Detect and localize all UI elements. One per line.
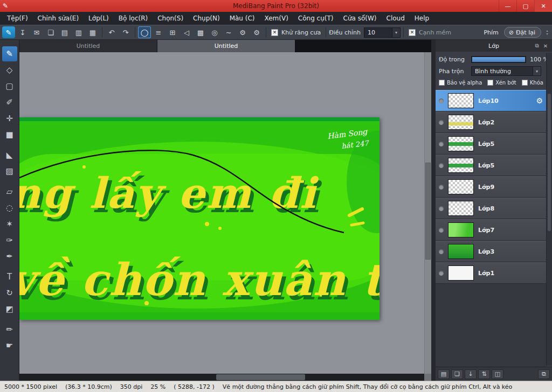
brush-panel-button[interactable]: ✎ xyxy=(2,26,15,38)
minimize-button[interactable]: — xyxy=(499,0,516,12)
menu-layer[interactable]: Lớp(L) xyxy=(84,12,114,25)
tool-rect[interactable]: ▢ xyxy=(2,79,17,94)
chevron-down-icon[interactable]: ▾ xyxy=(392,28,400,37)
edit-document-button[interactable]: ▥ xyxy=(72,26,85,38)
layer-visibility-toggle[interactable] xyxy=(439,185,444,190)
duplicate-layer-button[interactable]: ❏ xyxy=(451,369,463,379)
popout-icon[interactable]: ⧉ xyxy=(533,43,541,49)
transfer-layer-button[interactable]: ⧉ xyxy=(538,369,550,379)
layer-visibility-toggle[interactable] xyxy=(439,120,444,125)
layer-visibility-toggle[interactable] xyxy=(439,228,444,233)
antialias-checkbox[interactable]: ✕ xyxy=(271,29,278,36)
layer-visibility-toggle[interactable] xyxy=(439,271,444,276)
menu-filter[interactable]: Bộ lọc(R) xyxy=(114,12,153,25)
canvas[interactable]: ng lấy em đi ng lấy em đi về chốn xuân t… xyxy=(19,117,380,320)
blend-mode-select[interactable]: Bình thường ▾ xyxy=(471,66,541,76)
layer-gear-icon[interactable]: ⚙ xyxy=(536,96,543,105)
document-button[interactable]: ▤ xyxy=(58,26,71,38)
layer-row[interactable]: Lớp5 xyxy=(436,155,546,176)
layer-row[interactable]: Lớp10 ⚙ xyxy=(436,90,546,111)
tool-brush[interactable]: ✐ xyxy=(2,95,17,110)
tool-magic-wand[interactable]: ✶ xyxy=(2,216,17,232)
reset-button[interactable]: ⊘ Đặt lại xyxy=(504,27,541,38)
tool-lasso[interactable]: ◌ xyxy=(2,200,17,215)
brush-shape-concentric-button[interactable]: ◎ xyxy=(208,26,221,38)
menu-help[interactable]: Help xyxy=(410,12,434,25)
brush-shape-grid-button[interactable]: ⊞ xyxy=(166,26,179,38)
close-button[interactable]: ✕ xyxy=(534,0,552,12)
menu-color[interactable]: Màu (C) xyxy=(225,12,260,25)
vertical-scroll-thumb[interactable] xyxy=(425,163,431,260)
undo-button[interactable]: ↶ xyxy=(105,26,118,38)
tool-eyedropper[interactable]: ✏ xyxy=(2,322,17,337)
layer-row[interactable]: Lớp1 xyxy=(436,262,546,284)
menu-view[interactable]: Xem(V) xyxy=(260,12,293,25)
toolbar-overflow[interactable]: ▴ ▾ xyxy=(544,29,550,36)
tool-eraser[interactable]: ◇ xyxy=(2,62,17,78)
layer-visibility-toggle[interactable] xyxy=(439,206,444,211)
layer-row[interactable]: Lớp7 xyxy=(436,219,546,241)
move-layer-button[interactable]: ⇅ xyxy=(478,369,490,379)
menu-cloud[interactable]: Cloud xyxy=(382,12,410,25)
clipping-checkbox[interactable] xyxy=(487,80,493,86)
brush-shape-triangle-button[interactable]: ◁ xyxy=(180,26,193,38)
add-layer-button[interactable]: ▤ xyxy=(438,369,450,379)
layer-row[interactable]: Lớp5 xyxy=(436,133,546,155)
tool-pen[interactable]: ✎ xyxy=(2,46,17,61)
tab-untitled-1[interactable]: Untitled xyxy=(19,40,157,52)
brush-curve-button[interactable]: ∼ xyxy=(222,26,235,38)
brush-shape-lines-button[interactable]: ≡ xyxy=(152,26,165,38)
comment-button[interactable]: ✉ xyxy=(30,26,43,38)
canvas-horizontal-scrollbar[interactable] xyxy=(19,374,424,381)
redo-button[interactable]: ↷ xyxy=(119,26,132,38)
tool-select-eraser[interactable]: ✒ xyxy=(2,249,17,264)
layer-row[interactable]: Lớp8 xyxy=(436,198,546,219)
adjust-combobox[interactable]: 10 ▾ xyxy=(364,27,401,38)
menu-file[interactable]: Tệp(F) xyxy=(2,12,33,25)
tool-fill-rect[interactable]: ■ xyxy=(2,127,17,142)
layer-row[interactable]: Lớp3 xyxy=(436,241,546,262)
brush-shape-circle-button[interactable]: ◯ xyxy=(138,26,151,38)
menu-edit[interactable]: Chỉnh sửa(E) xyxy=(33,12,84,25)
save-button[interactable]: ↧ xyxy=(16,26,29,38)
menu-tools[interactable]: Công cụ(T) xyxy=(293,12,339,25)
layer-row[interactable]: Lớp2 xyxy=(436,111,546,133)
canvas-vertical-scrollbar[interactable] xyxy=(424,52,431,374)
merge-down-button[interactable]: ↓ xyxy=(465,369,477,379)
tool-rotate[interactable]: ↻ xyxy=(2,285,17,300)
layer-visibility-toggle[interactable] xyxy=(439,163,444,168)
brush-shape-hatch-button[interactable]: ▩ xyxy=(194,26,207,38)
tool-text[interactable]: T xyxy=(2,269,17,284)
tool-move[interactable]: ✛ xyxy=(2,111,17,126)
panel-close-icon[interactable]: ✕ xyxy=(541,43,550,49)
layers-scrollbar[interactable] xyxy=(546,53,552,366)
protect-alpha-checkbox[interactable] xyxy=(439,80,445,86)
tool-hand[interactable]: ☛ xyxy=(2,338,17,353)
layer-visibility-toggle[interactable] xyxy=(439,249,444,254)
layer-folder-button[interactable]: ◫ xyxy=(492,369,503,379)
tab-untitled-2[interactable]: Untitled xyxy=(157,40,295,52)
brush-settings-button[interactable]: ⚙ xyxy=(236,26,249,38)
soft-edge-checkbox[interactable]: ✕ xyxy=(409,29,416,36)
tool-select[interactable]: ▱ xyxy=(2,184,17,199)
canvas-grid-button[interactable]: ▦ xyxy=(86,26,99,38)
layers-scroll-thumb[interactable] xyxy=(548,94,551,231)
key-button[interactable]: Phím xyxy=(481,29,500,36)
tool-select-pen[interactable]: ✑ xyxy=(2,233,17,248)
tool-shear[interactable]: ◩ xyxy=(2,302,17,317)
settings-button[interactable]: ⚙ xyxy=(250,26,263,38)
tool-bucket[interactable]: ◣ xyxy=(2,148,17,163)
tool-gradient[interactable]: ▨ xyxy=(2,164,17,179)
chat-button[interactable]: ❏ xyxy=(44,26,57,38)
maximize-button[interactable]: ▢ xyxy=(516,0,534,12)
menu-select[interactable]: Chọn(S) xyxy=(153,12,188,25)
layer-row[interactable]: Lớp9 xyxy=(436,176,546,198)
canvas-artwork[interactable]: ng lấy em đi ng lấy em đi về chốn xuân t… xyxy=(19,117,380,320)
horizontal-scroll-thumb[interactable] xyxy=(216,374,305,380)
menu-snap[interactable]: Chụp(N) xyxy=(188,12,225,25)
menu-window[interactable]: Cửa sổ(W) xyxy=(339,12,382,25)
canvas-viewport[interactable]: ng lấy em đi ng lấy em đi về chốn xuân t… xyxy=(19,52,431,381)
opacity-slider[interactable] xyxy=(471,56,526,63)
lock-checkbox[interactable] xyxy=(522,80,528,86)
layer-visibility-toggle[interactable] xyxy=(439,142,444,146)
